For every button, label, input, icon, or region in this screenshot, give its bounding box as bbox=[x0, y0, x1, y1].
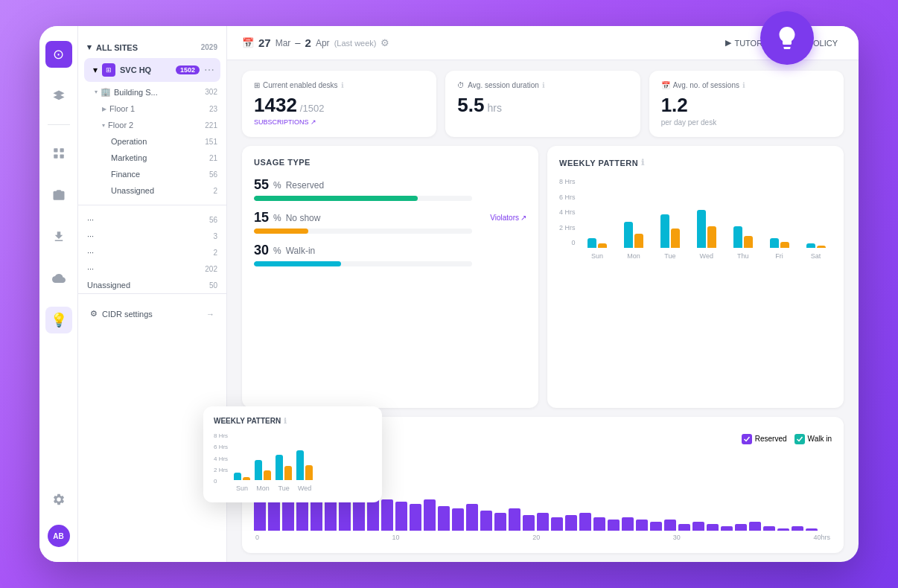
building-name: Building S... bbox=[114, 88, 158, 97]
download-icon[interactable] bbox=[45, 223, 72, 250]
cloud-icon[interactable] bbox=[45, 265, 72, 292]
subscriptions-icon: ↗ bbox=[311, 118, 316, 126]
usage-type-card: USAGE TYPE 55 % Reserved bbox=[242, 146, 538, 408]
noshow-pct: 15 bbox=[254, 210, 269, 226]
floor2-label: Floor 2 bbox=[108, 121, 133, 130]
settings-icon-nav: ⚙ bbox=[90, 309, 98, 319]
lightbulb-icon[interactable] bbox=[760, 11, 814, 65]
subscriptions-link[interactable]: SUBSCRIPTIONS ↗ bbox=[254, 118, 424, 126]
end-month: Apr bbox=[316, 38, 330, 48]
building-row[interactable]: ▾ 🏢 Building S... 302 bbox=[78, 83, 226, 100]
x-label-20: 20 bbox=[532, 534, 540, 541]
avatar[interactable]: AB bbox=[48, 525, 70, 547]
mini-col-sun: Sun bbox=[234, 473, 250, 492]
desk-bar-29 bbox=[664, 520, 676, 531]
desk-bar-13 bbox=[438, 506, 450, 531]
usage-walkin-row: 30 % Walk-in bbox=[254, 243, 526, 266]
desk-bar-21 bbox=[551, 517, 563, 531]
legend-reserved: Reserved bbox=[742, 434, 787, 444]
reserved-label: Reserved bbox=[286, 180, 324, 191]
mini-bar-walkin-sun bbox=[243, 477, 250, 480]
avg-icon: 📅 bbox=[661, 81, 670, 89]
desk-bar-19 bbox=[523, 515, 535, 531]
mini-col-mon: Mon bbox=[255, 460, 271, 492]
cidr-settings-row[interactable]: ⚙ CIDR settings → bbox=[78, 303, 226, 325]
wbar-reserved-thu bbox=[733, 226, 742, 248]
main-card: ⊙ 💡 AB bbox=[39, 26, 859, 562]
extra-dots-4: ··· bbox=[87, 264, 94, 273]
home-icon[interactable]: ⊙ bbox=[45, 41, 72, 68]
extra-dots-1: ··· bbox=[87, 215, 94, 224]
unassigned-label: Unassigned bbox=[111, 186, 154, 195]
camera-icon[interactable] bbox=[45, 182, 72, 208]
floor1-row[interactable]: ▶ Floor 1 23 bbox=[78, 100, 226, 117]
extra-row-3: ··· 2 bbox=[78, 244, 226, 261]
wbar-reserved-sat bbox=[806, 243, 815, 248]
floor1-expand-icon: ▶ bbox=[102, 106, 106, 112]
desk-bar-30 bbox=[678, 524, 690, 531]
session-label-text: Avg. session duration bbox=[468, 81, 538, 89]
building-collapse-icon: ▾ bbox=[95, 89, 98, 95]
x-label-10: 10 bbox=[392, 534, 400, 541]
extra-count-4: 202 bbox=[205, 265, 217, 273]
noshow-pct-sign: % bbox=[273, 213, 281, 223]
wbar-walkin-tue bbox=[671, 229, 680, 248]
violators-icon: ↗ bbox=[520, 214, 526, 222]
grid-icon[interactable] bbox=[45, 140, 72, 167]
mini-col-wed: Wed bbox=[296, 450, 313, 492]
desk-bar-28 bbox=[650, 522, 662, 531]
sidebar-bottom: AB bbox=[45, 486, 72, 547]
walkin-label: Walk-in bbox=[286, 246, 316, 256]
walkin-checkbox[interactable] bbox=[794, 434, 805, 444]
avg-main-value: 1.2 bbox=[661, 94, 688, 117]
mini-y-8: 8 Hrs bbox=[214, 432, 228, 439]
unassigned-row[interactable]: Unassigned 2 bbox=[78, 182, 226, 199]
date-settings-icon[interactable]: ⚙ bbox=[380, 37, 389, 48]
unassigned-row-2[interactable]: Unassigned 50 bbox=[78, 277, 226, 293]
settings-icon[interactable] bbox=[45, 486, 72, 513]
extra-row-4: ··· 202 bbox=[78, 261, 226, 277]
usage-type-title: USAGE TYPE bbox=[254, 158, 526, 167]
desk-bar-12 bbox=[424, 499, 436, 531]
desk-bar-17 bbox=[494, 513, 506, 531]
avg-value: 1.2 bbox=[661, 94, 832, 117]
extra-count-3: 2 bbox=[213, 249, 217, 257]
building-count: 302 bbox=[205, 88, 217, 96]
operation-row[interactable]: Operation 151 bbox=[78, 133, 226, 150]
finance-row[interactable]: Finance 56 bbox=[78, 166, 226, 182]
site-options-icon[interactable]: ⋯ bbox=[204, 64, 214, 76]
weekly-bar-group-tue: Tue bbox=[654, 214, 686, 260]
desk-bar-35 bbox=[749, 522, 761, 531]
weekly-chart-area: 8 Hrs 6 Hrs 4 Hrs 2 Hrs 0 SunMonTueWedTh… bbox=[559, 178, 832, 260]
bulb-sidebar-icon[interactable]: 💡 bbox=[45, 307, 72, 333]
mini-col-tue: Tue bbox=[276, 455, 292, 493]
wbar-label-thu: Thu bbox=[737, 252, 749, 260]
site-item-svchq[interactable]: ▾ ⊞ SVC HQ 1502 ⋯ bbox=[84, 58, 220, 82]
marketing-row[interactable]: Marketing 21 bbox=[78, 150, 226, 166]
desk-bar-32 bbox=[707, 524, 719, 531]
noshow-bar bbox=[254, 229, 308, 234]
sidebar-divider bbox=[48, 124, 70, 125]
desk-bar-31 bbox=[692, 522, 704, 531]
mini-y-0: 0 bbox=[214, 478, 228, 485]
desk-bar-36 bbox=[763, 526, 775, 531]
weekly-bar-group-sat: Sat bbox=[800, 243, 832, 260]
desk-bar-27 bbox=[636, 520, 648, 531]
session-unit: hrs bbox=[487, 102, 501, 114]
reserved-checkbox[interactable] bbox=[742, 434, 752, 444]
y-label-4: 4 Hrs bbox=[559, 208, 576, 216]
wbar-label-sun: Sun bbox=[591, 252, 603, 260]
walkin-bar-bg bbox=[254, 261, 472, 266]
mini-y-2: 2 Hrs bbox=[214, 467, 228, 473]
violators-link[interactable]: Violators ↗ bbox=[490, 214, 526, 222]
mini-bar-reserved-tue bbox=[276, 455, 283, 481]
layers-icon[interactable] bbox=[45, 83, 72, 109]
floor2-row[interactable]: ▾ Floor 2 221 bbox=[78, 117, 226, 133]
usage-noshow-row: 15 % No show Violators ↗ bbox=[254, 210, 526, 234]
outer-container: ⊙ 💡 AB bbox=[39, 26, 859, 562]
operation-count: 151 bbox=[205, 138, 217, 146]
wbar-reserved-tue bbox=[660, 214, 669, 248]
walkin-pct-sign: % bbox=[273, 246, 281, 256]
nav-dropdown-icon: ▾ bbox=[87, 42, 92, 52]
desk-bar-33 bbox=[721, 526, 733, 531]
